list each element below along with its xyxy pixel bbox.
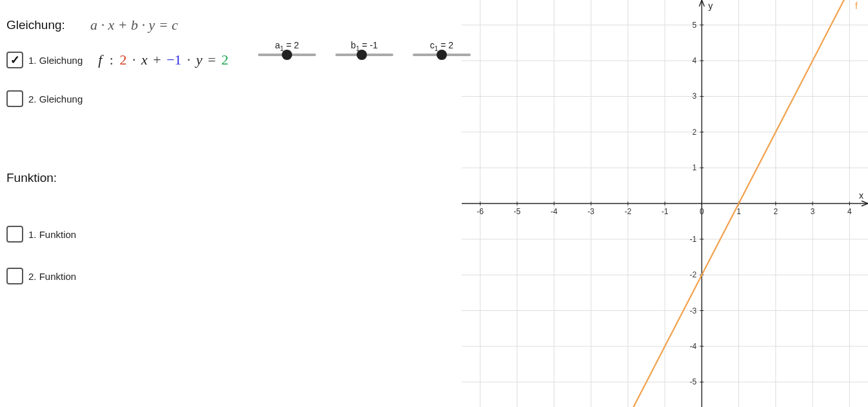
graph-panel[interactable]: -6-5-4-3-2-101234-5-4-3-2-112345xyf [462,0,868,407]
general-rhs: c [172,17,178,33]
svg-text:-1: -1 [690,235,697,244]
svg-text:-5: -5 [514,207,521,216]
eq1-fname: f [98,52,102,68]
x-axis-label: x [859,190,863,201]
checkbox-eq2[interactable] [6,90,23,107]
svg-text:0: 0 [700,207,704,216]
slider-b1-track[interactable] [335,54,393,56]
eq1-colon: : [110,52,113,68]
eq1-plus: + [153,52,161,68]
slider-a1-track[interactable] [258,54,316,56]
general-equation: a · x + b · y = c [90,17,178,34]
eq1-y: y [196,52,202,68]
svg-text:-2: -2 [690,270,697,279]
y-axis-label: y [708,1,713,11]
checkbox-fn1-label: 1. Funktion [28,229,76,240]
svg-text:5: 5 [693,21,697,30]
svg-text:3: 3 [811,207,815,216]
general-lhs: a · x + b · y [90,17,155,33]
slider-a1[interactable]: a1 = 2 [258,40,316,56]
svg-text:4: 4 [693,56,697,65]
eq1-a: 2 [119,52,126,68]
slider-a1-thumb[interactable] [282,50,292,60]
checkbox-fn2-label: 2. Funktion [28,271,76,282]
svg-text:2: 2 [693,128,697,137]
eq1-x: x [141,52,148,68]
svg-text:-3: -3 [690,306,697,315]
line-f-label: f [855,1,858,11]
eq1-dot1: · [132,52,136,68]
svg-text:-6: -6 [477,207,484,216]
heading-funktion: Funktion: [6,171,57,185]
svg-text:1: 1 [736,207,741,216]
svg-text:-2: -2 [624,207,631,216]
checkbox-fn2[interactable] [6,268,23,284]
graph-svg[interactable]: -6-5-4-3-2-101234-5-4-3-2-112345xyf [462,0,868,407]
eq1-c: 2 [221,52,228,68]
svg-text:-4: -4 [690,342,697,351]
checkbox-fn1[interactable] [6,226,23,243]
svg-text:-1: -1 [662,207,669,216]
slider-c1-thumb[interactable] [437,50,447,60]
svg-text:1: 1 [693,163,697,172]
eq1-formula: f : 2 · x + −1 · y = 2 [98,52,228,68]
svg-text:-4: -4 [551,207,558,216]
checkbox-eq1[interactable] [6,52,23,68]
svg-text:3: 3 [693,92,697,101]
svg-text:4: 4 [847,207,852,216]
checkbox-eq1-label: 1. Gleichung [28,55,83,66]
svg-text:-3: -3 [587,207,595,216]
svg-text:2: 2 [773,207,778,216]
svg-text:-5: -5 [690,377,697,386]
general-eq-sign: = [159,17,168,33]
eq1-b: 1 [175,52,182,68]
eq1-eqsign: = [208,52,215,68]
slider-b1-thumb[interactable] [357,50,367,60]
sliders-eq1: a1 = 2 b1 = -1 c1 = 2 [258,40,471,56]
eq1-dot2: · [187,52,191,68]
slider-b1[interactable]: b1 = -1 [335,40,393,56]
eq1-b-sign: − [166,52,174,68]
heading-gleichung: Gleichung: [6,18,65,32]
checkbox-eq2-label: 2. Gleichung [28,94,83,104]
